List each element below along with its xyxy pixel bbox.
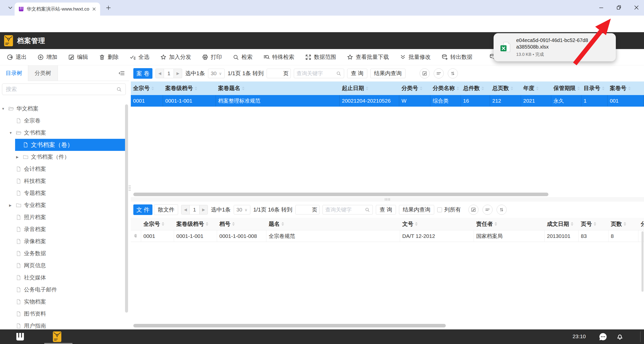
page-size-select[interactable]: 30∨ xyxy=(234,205,250,214)
toolbar-item-plus-circle[interactable]: 增加 xyxy=(37,53,57,61)
sort-carets-icon[interactable] xyxy=(206,222,208,226)
tree-item[interactable]: ▼华文档案 xyxy=(0,103,129,115)
collapse-sidebar-icon[interactable] xyxy=(118,70,125,76)
sort-carets-icon[interactable] xyxy=(536,87,539,90)
column-header[interactable]: 案卷题名 xyxy=(216,81,340,95)
tree-caret-icon[interactable]: ▶ xyxy=(16,155,23,159)
sort-carets-icon[interactable] xyxy=(415,222,418,226)
browser-tab[interactable]: 华文档案演示站-www.hwxt.co xyxy=(15,3,100,16)
column-header[interactable]: 分 xyxy=(638,218,644,230)
tree-item[interactable]: 专题档案 xyxy=(0,187,129,199)
toolbar-item-printer[interactable]: 打印 xyxy=(202,53,222,61)
volume-hscrollbar[interactable] xyxy=(133,193,548,196)
column-header[interactable]: 案卷号 xyxy=(608,81,643,95)
new-tab-button[interactable] xyxy=(105,5,112,11)
column-header[interactable]: 总页数 xyxy=(490,81,521,95)
column-header[interactable]: 保管期限 xyxy=(551,81,581,95)
column-header[interactable]: 档号 xyxy=(217,218,266,230)
tree-item[interactable]: 实物档案 xyxy=(0,296,129,308)
column-header[interactable]: 页数 xyxy=(609,218,638,230)
column-header[interactable]: 页号 xyxy=(579,218,609,230)
column-header[interactable]: 起止日期 xyxy=(340,81,399,95)
sort-carets-icon[interactable] xyxy=(162,222,164,226)
file-hscrollbar[interactable] xyxy=(133,324,446,327)
tab-close-icon[interactable] xyxy=(92,7,97,12)
toolbar-item-edit[interactable]: 编辑 xyxy=(68,53,88,61)
toolbar-item-adv-search[interactable]: 特殊检索 xyxy=(263,53,294,61)
toolbar-item-batch-edit[interactable]: 批量修改 xyxy=(399,53,431,61)
download-notification[interactable]: e04eca5d-091f-46d1-bc52-67d8a385508b.xls… xyxy=(494,33,616,61)
tree-item[interactable]: 业务数据 xyxy=(0,247,129,260)
query-in-results-button[interactable]: 结果内查询 xyxy=(399,205,434,214)
column-header[interactable]: 全宗号 xyxy=(141,218,174,230)
tree-item[interactable]: 录音档案 xyxy=(0,223,129,235)
volume-tab-button[interactable]: 案 卷 xyxy=(133,68,152,79)
column-settings-icon[interactable] xyxy=(482,205,493,215)
edit-list-icon[interactable] xyxy=(420,68,430,78)
prev-page-button[interactable]: ◀ xyxy=(181,205,190,214)
sort-carets-icon[interactable] xyxy=(624,222,626,226)
sort-carets-icon[interactable] xyxy=(281,222,284,226)
file-tab-button[interactable]: 文 件 xyxy=(133,204,152,215)
query-in-results-button[interactable]: 结果内查询 xyxy=(370,69,406,78)
tab-search-icon[interactable] xyxy=(7,5,14,11)
column-header[interactable]: 案卷级档号 xyxy=(163,81,216,95)
edit-list-icon[interactable] xyxy=(468,205,478,215)
tree-caret-icon[interactable]: ▼ xyxy=(9,131,16,135)
column-header[interactable]: 题名 xyxy=(266,218,400,230)
keyword-input[interactable] xyxy=(323,207,365,213)
sort-carets-icon[interactable] xyxy=(151,87,154,90)
goto-page-input[interactable] xyxy=(269,70,280,76)
next-page-button[interactable]: ▶ xyxy=(174,69,182,78)
tree-caret-icon[interactable]: ▼ xyxy=(2,107,8,111)
tree-item[interactable]: 图书资料 xyxy=(0,308,129,320)
toolbar-item-select-all[interactable]: 全选 xyxy=(129,53,149,61)
tree-item[interactable]: 网页信息 xyxy=(0,260,129,272)
keyword-input[interactable] xyxy=(294,70,336,76)
sort-carets-icon[interactable] xyxy=(195,87,197,90)
sort-carets-icon[interactable] xyxy=(495,222,497,226)
tree-item[interactable]: 照片档案 xyxy=(0,211,129,223)
loose-files-tab-button[interactable]: 散文件 xyxy=(154,204,178,215)
taskbar-start-logo[interactable] xyxy=(15,332,25,342)
column-header[interactable]: 案卷级档号 xyxy=(174,218,217,230)
tree-item[interactable]: 录像档案 xyxy=(0,235,129,247)
sort-carets-icon[interactable] xyxy=(577,87,580,90)
sort-carets-icon[interactable] xyxy=(602,87,605,90)
tree-item[interactable]: ▶专业档案 xyxy=(0,199,129,211)
tree-item[interactable]: 全宗卷 xyxy=(0,115,129,127)
column-header[interactable]: 文号 xyxy=(400,218,474,230)
prev-page-button[interactable]: ◀ xyxy=(155,69,164,78)
page-size-select[interactable]: 30∨ xyxy=(208,69,225,78)
tree-caret-icon[interactable]: ▶ xyxy=(9,203,16,207)
next-page-button[interactable]: ▶ xyxy=(199,205,208,214)
taskbar-archive-app-icon[interactable] xyxy=(53,331,61,342)
tree-item[interactable]: ▶文书档案（件） xyxy=(0,151,129,163)
sort-carets-icon[interactable] xyxy=(481,87,484,90)
query-button[interactable]: 查 询 xyxy=(376,205,396,214)
sidebar-scrollbar[interactable] xyxy=(125,104,128,313)
sort-icon[interactable] xyxy=(448,68,458,78)
tree-item[interactable]: ▼文书档案 xyxy=(0,127,129,139)
chat-icon[interactable] xyxy=(598,332,608,341)
tree-item[interactable]: 用户指南 xyxy=(0,320,129,329)
column-header[interactable]: 目录号 xyxy=(581,81,608,95)
sort-carets-icon[interactable] xyxy=(420,87,422,90)
tree-item[interactable]: 文书档案（卷） xyxy=(0,139,129,151)
sort-carets-icon[interactable] xyxy=(511,87,513,90)
toolbar-item-logout[interactable]: 退出 xyxy=(7,53,27,61)
column-header[interactable]: 全宗号 xyxy=(131,81,163,95)
sort-carets-icon[interactable] xyxy=(366,87,368,90)
sort-carets-icon[interactable] xyxy=(594,222,596,226)
column-header[interactable]: 责任者 xyxy=(474,218,545,230)
file-vscrollbar[interactable] xyxy=(641,231,643,292)
column-header[interactable]: 分类号 xyxy=(399,81,430,95)
tab-category-tree[interactable]: 分类树 xyxy=(28,65,58,81)
tree-item[interactable]: 科技档案 xyxy=(0,175,129,187)
sort-icon[interactable] xyxy=(497,205,507,215)
toolbar-item-export-db[interactable]: 转出数据 xyxy=(441,53,472,61)
notifications-bell-icon[interactable] xyxy=(616,332,624,340)
panel-splitter-vertical[interactable] xyxy=(129,65,131,329)
sort-carets-icon[interactable] xyxy=(457,87,459,90)
toolbar-item-star[interactable]: 查看批量下载 xyxy=(347,53,389,61)
